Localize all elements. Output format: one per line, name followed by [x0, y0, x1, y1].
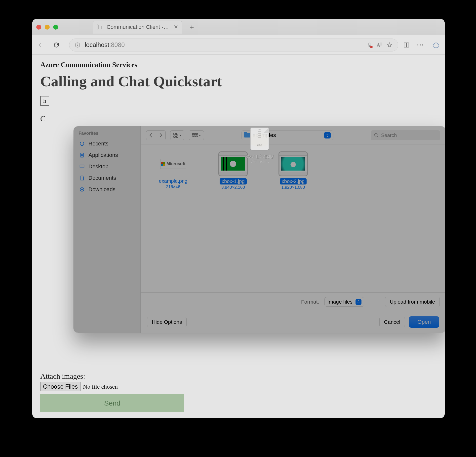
file-picker-dialog: Favorites Recents Applications Desktop D… — [74, 126, 445, 333]
dialog-toolbar: ▾ ▾ — [141, 126, 445, 144]
svg-rect-18 — [196, 133, 198, 135]
updown-arrows-icon — [324, 132, 331, 138]
cancel-button[interactable]: Cancel — [379, 317, 405, 327]
minimize-window-button[interactable] — [45, 25, 50, 30]
svg-rect-14 — [174, 136, 175, 137]
svg-rect-3 — [369, 43, 370, 46]
copilot-icon[interactable] — [432, 41, 440, 49]
nav-reload-button[interactable] — [53, 42, 64, 48]
clock-icon — [79, 141, 85, 147]
search-icon — [374, 133, 379, 137]
sidebar-item-label: Documents — [88, 175, 116, 181]
no-file-chosen-text: No file chosen — [83, 383, 118, 390]
sidebar-item-downloads[interactable]: Downloads — [76, 184, 138, 195]
search-placeholder: Search — [381, 133, 397, 138]
more-actions-icon[interactable]: ••• — [417, 43, 424, 47]
microphone-blocked-icon[interactable] — [367, 42, 372, 48]
file-thumbnail: Microsoft — [159, 151, 188, 176]
file-thumbnail — [245, 144, 274, 151]
svg-rect-12 — [174, 133, 175, 135]
sidebar-section-header: Favorites — [76, 131, 138, 138]
dialog-footer: Hide Options Cancel Open — [141, 311, 445, 333]
section-label-c: C — [40, 114, 437, 123]
folder-popup-button[interactable]: examples — [241, 130, 333, 140]
url-host: localhost — [85, 41, 109, 48]
tab-title: Communication Client - Calling — [107, 24, 170, 30]
chevron-down-icon: ▾ — [199, 133, 201, 137]
svg-rect-17 — [194, 133, 196, 135]
svg-rect-13 — [176, 133, 178, 135]
nav-history-buttons — [146, 130, 166, 140]
sidebar-item-label: Downloads — [88, 186, 116, 193]
split-screen-icon[interactable] — [403, 42, 410, 48]
file-grid: example.pkg 752 bytes Microsoft example.… — [141, 144, 445, 292]
file-name: xbox-2.jpg — [280, 178, 307, 184]
file-item[interactable]: Microsoft example.png 216×46 — [146, 151, 201, 190]
zoom-window-button[interactable] — [53, 25, 58, 30]
sidebar-item-label: Recents — [88, 140, 109, 147]
nav-forward-button[interactable] — [156, 131, 165, 140]
tab-close-icon[interactable]: ✕ — [174, 24, 178, 30]
format-value: Image files — [327, 299, 353, 305]
svg-rect-16 — [192, 133, 194, 135]
sidebar-item-documents[interactable]: Documents — [76, 172, 138, 184]
browser-tab[interactable]: Communication Client - Calling ✕ — [93, 21, 182, 34]
sidebar-item-applications[interactable]: Applications — [76, 149, 138, 161]
view-icon-button[interactable]: ▾ — [170, 130, 184, 140]
file-name: xbox-1.jpg — [220, 178, 246, 184]
attach-section: Attach images: Choose Files No file chos… — [40, 372, 437, 412]
favorite-star-icon[interactable] — [387, 42, 393, 48]
open-button[interactable]: Open — [409, 316, 439, 328]
address-text: localhost:8080 — [85, 41, 125, 48]
page-title: Calling and Chat Quickstart — [40, 73, 437, 90]
chevron-down-icon: ▾ — [179, 133, 181, 137]
updown-arrows-icon — [356, 299, 361, 305]
file-item[interactable]: xbox-1.jpg 3,840×2,160 — [206, 151, 261, 190]
nav-back-button[interactable] — [146, 131, 156, 140]
file-item[interactable]: xbox-2.jpg 1,920×1,080 — [266, 151, 321, 190]
doc-icon — [79, 175, 85, 181]
file-meta: 1,920×1,080 — [281, 185, 305, 190]
file-thumbnail — [218, 151, 248, 176]
sidebar-item-desktop[interactable]: Desktop — [76, 161, 138, 172]
svg-rect-20 — [194, 136, 196, 137]
svg-rect-15 — [176, 136, 178, 137]
file-thumbnail — [245, 144, 274, 151]
send-button[interactable]: Send — [40, 394, 184, 412]
page-favicon-icon — [97, 24, 103, 30]
site-info-icon[interactable] — [75, 42, 80, 48]
file-thumbnail — [245, 144, 274, 151]
group-by-button[interactable]: ▾ — [189, 130, 204, 140]
file-thumbnail — [245, 144, 274, 151]
read-aloud-icon[interactable]: A)) — [377, 42, 382, 48]
sidebar-item-label: Desktop — [88, 163, 109, 170]
svg-rect-21 — [196, 136, 198, 137]
service-heading: Azure Communication Services — [40, 61, 437, 69]
dialog-format-bar: Format: Image files Upload from mobile — [141, 292, 445, 311]
attach-label: Attach images: — [40, 372, 437, 380]
upload-from-mobile-button[interactable]: Upload from mobile — [385, 297, 440, 307]
toolbar-right: ••• — [403, 41, 440, 49]
text-input[interactable]: h — [40, 96, 49, 106]
file-meta: 3,840×2,160 — [221, 185, 245, 190]
choose-files-button[interactable]: Choose Files — [40, 382, 80, 391]
url-port: :8080 — [109, 41, 125, 48]
sidebar-item-label: Applications — [88, 152, 118, 158]
nav-back-button[interactable] — [37, 42, 48, 48]
browser-window: Communication Client - Calling ✕ ＋ local… — [32, 19, 445, 418]
dialog-sidebar: Favorites Recents Applications Desktop D… — [74, 126, 141, 333]
new-tab-button[interactable]: ＋ — [187, 22, 197, 32]
desktop-icon — [79, 164, 85, 170]
apps-icon — [79, 152, 85, 158]
format-select[interactable]: Image files — [324, 297, 364, 307]
file-meta: 216×46 — [166, 184, 180, 189]
hide-options-button[interactable]: Hide Options — [147, 317, 187, 327]
folder-icon — [244, 133, 250, 137]
sidebar-item-recents[interactable]: Recents — [76, 138, 138, 149]
format-label: Format: — [301, 299, 319, 305]
file-thumbnail — [278, 151, 308, 176]
address-bar[interactable]: localhost:8080 A)) — [69, 39, 398, 51]
close-window-button[interactable] — [36, 25, 41, 30]
svg-point-1 — [77, 44, 78, 44]
dialog-search-input[interactable]: Search — [371, 130, 440, 140]
